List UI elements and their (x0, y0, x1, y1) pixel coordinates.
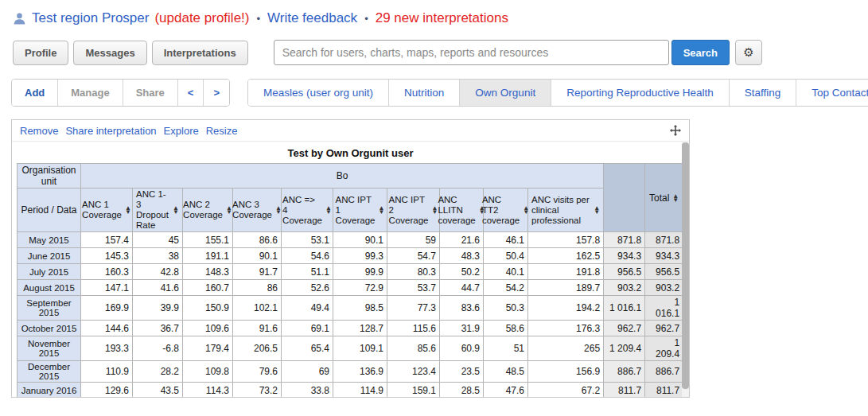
value-cell: 77.3 (387, 296, 440, 321)
subtotal-cell: 886.7 (604, 361, 645, 383)
orgunit-header-bo: Bo (81, 164, 604, 189)
value-cell: 90.1 (233, 248, 282, 264)
column-header-anc-ipt-1-coverage: ANC IPT 1 Coverage▲▼ (333, 189, 387, 232)
total-cell: 956.5 (645, 264, 683, 280)
value-cell: 59 (387, 232, 440, 248)
next-button[interactable]: > (204, 80, 229, 106)
table-row: May 2015157.445155.186.653.190.15921.646… (18, 232, 683, 248)
value-cell: 189.7 (528, 280, 604, 296)
value-cell: 73.2 (233, 383, 282, 399)
value-cell: 46.1 (484, 232, 528, 248)
value-cell: 156.9 (528, 361, 604, 383)
value-cell: 50.2 (440, 264, 484, 280)
add-button[interactable]: Add (12, 80, 58, 106)
value-cell: 191.1 (183, 248, 233, 264)
subtotal-cell: 811.7 (604, 383, 645, 399)
value-cell: 36.7 (133, 321, 183, 336)
sort-icon[interactable]: ▲▼ (594, 206, 600, 214)
value-cell: 160.7 (183, 280, 233, 296)
value-cell: 169.9 (81, 296, 133, 321)
value-cell: 50.3 (484, 296, 528, 321)
search-input[interactable] (274, 40, 669, 65)
column-header-anc-ipt-2-coverage: ANC IPT 2 Coverage▲▼ (387, 189, 440, 232)
sort-icon[interactable]: ▲▼ (275, 206, 282, 214)
sort-icon[interactable]: ▲▼ (523, 206, 529, 214)
total-label: Total (649, 192, 669, 204)
update-profile-link[interactable]: (update profile!) (154, 10, 249, 26)
tab-nutrition[interactable]: Nutrition (389, 80, 460, 106)
sort-icon[interactable]: ▲▼ (226, 206, 232, 214)
profile-button[interactable]: Profile (13, 41, 68, 65)
search-button[interactable]: Search (671, 40, 730, 65)
column-header-anc-2-coverage: ANC 2 Coverage▲▼ (183, 189, 233, 232)
value-cell: 44.7 (440, 280, 484, 296)
panel-link-resize[interactable]: Resize (206, 125, 238, 137)
tab-strip: Measles (user org unit)NutritionOwn Orgu… (247, 79, 868, 107)
table-row: June 2015145.338191.190.154.699.354.748.… (18, 248, 683, 264)
sort-icon[interactable]: ▲▼ (378, 206, 384, 214)
move-icon[interactable] (670, 125, 681, 136)
value-cell: 53.1 (282, 232, 333, 248)
value-cell: 80.3 (387, 264, 440, 280)
tab-measles-user-org-unit[interactable]: Measles (user org unit) (248, 80, 389, 106)
user-profile-link[interactable]: Test region Prosper (32, 10, 149, 26)
subtotal-cell: 871.8 (604, 232, 645, 248)
tab-staffing[interactable]: Staffing (730, 80, 797, 106)
value-cell: 54.2 (484, 280, 528, 296)
value-cell: 179.4 (183, 336, 233, 361)
column-label: ANC LLITN coverage (438, 195, 475, 226)
column-header-anc-1-3-dropout-rate: ANC 1-3 Dropout Rate▲▼ (133, 189, 183, 232)
sort-icon[interactable]: ▲▼ (173, 206, 179, 214)
column-label: ANC 3 Coverage (232, 200, 272, 220)
value-cell: 147.1 (81, 280, 133, 296)
tab-own-orgunit[interactable]: Own Orgunit (460, 80, 551, 106)
table-row: September 2015169.939.9150.9102.149.498.… (18, 296, 683, 321)
value-cell: 23.5 (440, 361, 484, 383)
period-cell: November 2015 (18, 336, 81, 361)
search-area: Search ⚙ (274, 40, 762, 65)
new-interpretations-link[interactable]: 29 new interpretations (376, 10, 508, 26)
panel-link-remove[interactable]: Remove (20, 125, 58, 137)
messages-button[interactable]: Messages (73, 41, 146, 65)
value-cell: 162.5 (528, 248, 604, 264)
table-row: December 2015110.928.2109.879.669136.912… (18, 361, 683, 383)
total-cell: 1 209.4 (645, 336, 683, 361)
sort-icon[interactable]: ▲▼ (431, 206, 438, 214)
table-row: August 2015147.141.6160.78652.672.953.74… (18, 280, 683, 296)
value-cell: 91.6 (233, 321, 282, 336)
panel-link-share-interpretation[interactable]: Share interpretation (65, 125, 156, 137)
value-cell: 52.6 (282, 280, 333, 296)
separator-dot: • (255, 13, 262, 25)
sort-icon[interactable]: ▲▼ (125, 206, 131, 214)
subtotal-cell: 1 016.1 (604, 296, 645, 321)
value-cell: 43.5 (133, 383, 183, 399)
gear-icon[interactable]: ⚙ (735, 40, 762, 65)
value-cell: 54.7 (387, 248, 440, 264)
value-cell: 49.4 (282, 296, 333, 321)
value-cell: 90.1 (333, 232, 387, 248)
value-cell: 114.3 (183, 383, 233, 399)
value-cell: 21.6 (440, 232, 484, 248)
sort-icon[interactable]: ▲▼ (325, 206, 332, 214)
share-button[interactable]: Share (123, 80, 178, 106)
value-cell: 53.7 (387, 280, 440, 296)
dashboard-nav: AddManageShare<> Measles (user org unit)… (11, 79, 868, 107)
prev-button[interactable]: < (178, 80, 204, 106)
value-cell: 191.8 (528, 264, 604, 280)
column-header-anc-visits-per-clinical-professional: ANC visits per clinical professional▲▼ (528, 189, 604, 232)
scrollbar-thumb[interactable] (682, 142, 689, 389)
write-feedback-link[interactable]: Write feedback (267, 10, 357, 26)
sort-icon[interactable]: ▲▼ (672, 194, 679, 202)
panel-link-explore[interactable]: Explore (164, 125, 199, 137)
manage-button[interactable]: Manage (58, 80, 123, 106)
column-header-anc-tt2-coverage: ANC TT2 coverage▲▼ (484, 189, 528, 232)
tab-reporting-reproductive-health[interactable]: Reporting Reproductive Health (551, 80, 730, 106)
value-cell: 86.6 (233, 232, 282, 248)
value-cell: 157.8 (528, 232, 604, 248)
value-cell: 72.9 (333, 280, 387, 296)
subtotal-cell: 1 209.4 (604, 336, 645, 361)
tab-top-contacts[interactable]: Top Contacts (796, 80, 868, 106)
value-cell: 109.6 (183, 321, 233, 336)
value-cell: -6.8 (133, 336, 183, 361)
interpretations-button[interactable]: Interpretations (152, 41, 248, 65)
